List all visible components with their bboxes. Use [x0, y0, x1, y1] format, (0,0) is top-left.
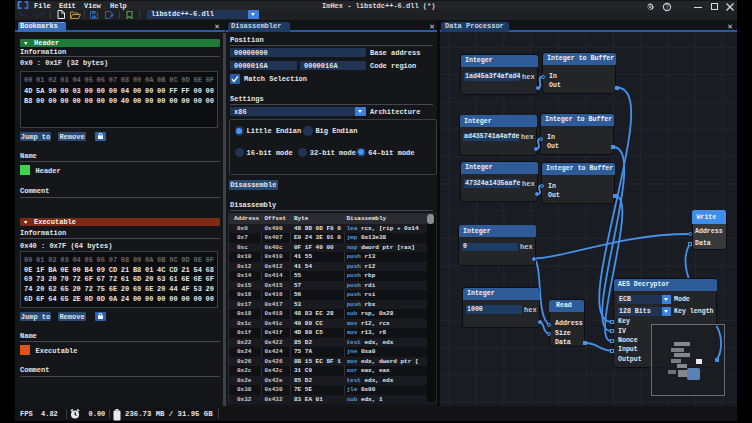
svg-text:?: ?: [665, 3, 669, 10]
